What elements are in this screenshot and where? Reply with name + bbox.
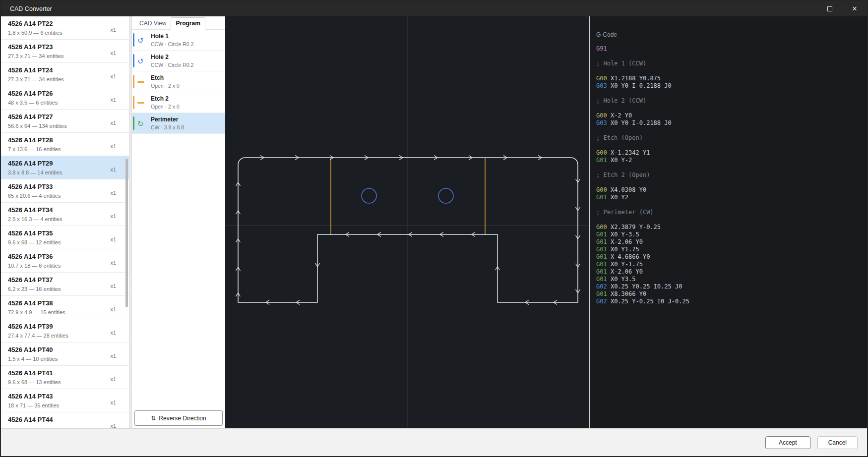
part-name: 4526 A14 PT29 bbox=[8, 160, 62, 168]
part-dimensions: 7 x 13.6 — 16 entities bbox=[8, 146, 61, 153]
parts-sidebar: 4526 A14 PT221.8 x 50.9 — 6 entitiesx145… bbox=[1, 16, 129, 428]
operation-detail: CCW · Circle R0.2 bbox=[151, 62, 221, 68]
operation-detail: CW · 3.8 x 8.8 bbox=[151, 124, 221, 131]
hole-circle[interactable] bbox=[362, 188, 376, 203]
part-list-item[interactable]: 4526 A14 PT2756.6 x 64 — 134 entitiesx1 bbox=[1, 110, 129, 133]
part-dimensions: 6.2 x 23 — 16 entities bbox=[8, 286, 61, 292]
gcode-panel: G-Code G91 ; Hole 1 (CCW) G00 X1.2188 Y0… bbox=[589, 16, 867, 428]
gcode-line bbox=[596, 53, 867, 60]
operation-name: Hole 1 bbox=[151, 33, 221, 40]
gcode-line bbox=[596, 179, 867, 186]
gcode-line: ; Hole 1 (CCW) bbox=[596, 60, 867, 67]
part-name: 4526 A14 PT23 bbox=[8, 43, 64, 51]
operation-name: Perimeter bbox=[151, 116, 221, 123]
accept-button[interactable]: Accept bbox=[765, 436, 810, 449]
part-name: 4526 A14 PT36 bbox=[8, 253, 61, 261]
part-quantity: x1 bbox=[110, 236, 116, 242]
cancel-button[interactable]: Cancel bbox=[817, 436, 858, 449]
gcode-word: G01 bbox=[596, 194, 607, 201]
gcode-line: ; Hole 2 (CCW) bbox=[596, 97, 867, 105]
part-list-item[interactable]: 4526 A14 PT221.8 x 50.9 — 6 entitiesx1 bbox=[1, 16, 129, 40]
part-list-item[interactable]: 4526 A14 PT3927.4 x 77.4 — 28 entitiesx1 bbox=[1, 319, 129, 343]
part-quantity: x1 bbox=[110, 353, 116, 359]
reverse-direction-label: Reverse Direction bbox=[159, 415, 206, 422]
sidebar-scrollbar[interactable] bbox=[125, 159, 128, 307]
program-panel: CAD View Program ↺Hole 1CCW · Circle R0.… bbox=[132, 16, 225, 428]
swap-vertical-icon: ⇅ bbox=[151, 415, 156, 422]
operations-list: ↺Hole 1CCW · Circle R0.2↺Hole 2CCW · Cir… bbox=[132, 30, 225, 134]
gcode-line bbox=[596, 67, 867, 75]
part-list-item[interactable]: 4526 A14 PT4318 x 71 — 35 entitiesx1 bbox=[1, 389, 129, 412]
app-window: CAD Converter ✕ 4526 A14 PT221.8 x 50.9 … bbox=[0, 0, 868, 457]
part-dimensions: 2.5 x 16.3 — 4 entities bbox=[8, 216, 62, 223]
gcode-word: G00 bbox=[596, 149, 607, 156]
part-dimensions: 27.4 x 77.4 — 28 entities bbox=[8, 332, 68, 339]
window-title: CAD Converter bbox=[1, 5, 52, 12]
gcode-line bbox=[596, 105, 867, 112]
gcode-line: G01 X8.3066 Y0 bbox=[596, 290, 867, 298]
gcode-line: G01 X0 Y1.75 bbox=[596, 246, 867, 253]
part-name: 4526 A14 PT26 bbox=[8, 90, 58, 98]
gcode-title: G-Code bbox=[596, 31, 867, 38]
part-list-item[interactable]: 4526 A14 PT44x1 bbox=[1, 412, 129, 428]
part-list-item[interactable]: 4526 A14 PT342.5 x 16.3 — 4 entitiesx1 bbox=[1, 203, 129, 226]
gcode-line: G00 X1.2188 Y0.875 bbox=[596, 75, 867, 82]
part-list-item[interactable]: 4526 A14 PT376.2 x 23 — 16 entitiesx1 bbox=[1, 273, 129, 296]
part-name: 4526 A14 PT39 bbox=[8, 323, 68, 331]
titlebar: CAD Converter ✕ bbox=[1, 1, 867, 16]
cad-canvas[interactable] bbox=[225, 16, 589, 428]
part-dimensions: 9.6 x 68 — 13 entities bbox=[8, 379, 61, 386]
operation-accent bbox=[133, 54, 134, 67]
part-name: 4526 A14 PT41 bbox=[8, 369, 61, 377]
part-quantity: x1 bbox=[110, 190, 116, 196]
part-list-item[interactable]: 4526 A14 PT359.6 x 68 — 12 entitiesx1 bbox=[1, 226, 129, 249]
gcode-line bbox=[596, 164, 867, 171]
part-list-item[interactable]: 4526 A14 PT293.8 x 8.8 — 14 entitiesx1 bbox=[1, 156, 129, 179]
part-list-item[interactable]: 4526 A14 PT2327.3 x 71 — 34 entitiesx1 bbox=[1, 40, 129, 63]
tab-program[interactable]: Program bbox=[171, 17, 205, 30]
gcode-word: G00 bbox=[596, 112, 607, 119]
parts-list: 4526 A14 PT221.8 x 50.9 — 6 entitiesx145… bbox=[1, 16, 129, 428]
close-button[interactable]: ✕ bbox=[842, 1, 867, 16]
part-quantity: x1 bbox=[110, 97, 116, 103]
reverse-direction-button[interactable]: ⇅ Reverse Direction bbox=[134, 410, 223, 426]
operation-item[interactable]: ↺Hole 1CCW · Circle R0.2 bbox=[132, 30, 225, 51]
gcode-word: G01 bbox=[596, 253, 607, 260]
gcode-line: G01 X0 Y3.5 bbox=[596, 276, 867, 283]
part-list-item[interactable]: 4526 A14 PT3365 x 20.6 — 4 entitiesx1 bbox=[1, 179, 129, 203]
gcode-line: G03 X0 Y0 I-0.2188 J0 bbox=[596, 119, 867, 127]
gcode-line bbox=[596, 90, 867, 97]
part-name: 4526 A14 PT33 bbox=[8, 183, 61, 191]
part-dimensions: 1.5 x 4 — 10 entities bbox=[8, 355, 58, 362]
gcode-line bbox=[596, 216, 867, 224]
part-list-item[interactable]: 4526 A14 PT2648 x 3.5 — 6 entitiesx1 bbox=[1, 86, 129, 110]
cad-drawing[interactable] bbox=[225, 16, 589, 428]
part-quantity: x1 bbox=[110, 27, 116, 33]
operation-item[interactable]: EtchOpen · 2 x 0 bbox=[132, 71, 225, 92]
part-dimensions: 27.3 x 71 — 34 entities bbox=[8, 76, 64, 83]
gcode-line: ; Etch 2 (Open) bbox=[596, 171, 867, 179]
gcode-word: G00 bbox=[596, 186, 607, 193]
operation-item[interactable]: ↻PerimeterCW · 3.8 x 8.8 bbox=[132, 113, 225, 134]
part-quantity: x1 bbox=[110, 376, 116, 382]
operation-item[interactable]: ↺Hole 2CCW · Circle R0.2 bbox=[132, 51, 225, 71]
gcode-word: G00 bbox=[596, 75, 607, 82]
part-list-item[interactable]: 4526 A14 PT3610.7 x 18 — 6 entitiesx1 bbox=[1, 249, 129, 273]
operation-item[interactable]: Etch 2Open · 2 x 0 bbox=[132, 92, 225, 113]
part-name: 4526 A14 PT28 bbox=[8, 136, 61, 144]
gcode-line: G01 X0 Y-2 bbox=[596, 157, 867, 164]
part-name: 4526 A14 PT44 bbox=[8, 416, 53, 424]
part-list-item[interactable]: 4526 A14 PT287 x 13.6 — 16 entitiesx1 bbox=[1, 133, 129, 156]
tab-cad-view[interactable]: CAD View bbox=[135, 18, 171, 29]
gcode-word: G01 bbox=[596, 261, 607, 268]
part-quantity: x1 bbox=[110, 260, 116, 266]
part-name: 4526 A14 PT35 bbox=[8, 229, 61, 237]
hole-circle[interactable] bbox=[438, 188, 453, 203]
maximize-button[interactable] bbox=[817, 1, 842, 16]
gcode-line: G01 X0 Y-1.75 bbox=[596, 261, 867, 268]
part-list-item[interactable]: 4526 A14 PT419.6 x 68 — 13 entitiesx1 bbox=[1, 366, 129, 389]
part-list-item[interactable]: 4526 A14 PT2427.3 x 71 — 34 entitiesx1 bbox=[1, 63, 129, 86]
part-list-item[interactable]: 4526 A14 PT3872.9 x 4.9 — 15 entitiesx1 bbox=[1, 296, 129, 319]
part-name: 4526 A14 PT37 bbox=[8, 276, 61, 284]
part-list-item[interactable]: 4526 A14 PT401.5 x 4 — 10 entitiesx1 bbox=[1, 343, 129, 366]
